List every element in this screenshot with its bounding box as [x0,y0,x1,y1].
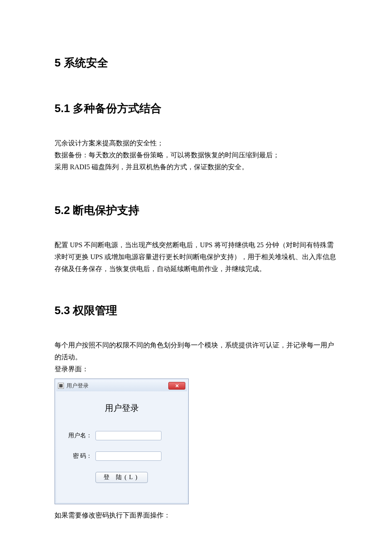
paragraph-text: 数据备份：每天数次的数据备份策略，可以将数据恢复的时间压缩到最后； [55,149,337,161]
login-titlebar: 用户登录 ✕ [56,380,187,391]
paragraph-text: 如果需要修改密码执行下面界面操作： [55,509,337,521]
close-button[interactable]: ✕ [168,382,185,390]
heading-section-5-1: 5.1 多种备份方式结合 [55,101,337,116]
form-row-username: 用户名： [65,431,179,440]
heading-section-5-2: 5.2 断电保护支持 [55,203,337,218]
login-button-row: 登 陆(L) [65,472,179,483]
login-body: 用户登录 用户名： 密 码： 登 陆(L) [56,391,187,503]
paragraph-text: 每个用户按照不同的权限不同的角色划分到每一个模块，系统提供许可认证，并记录每一用… [55,339,337,363]
login-heading: 用户登录 [65,402,179,414]
username-label: 用户名： [65,432,95,439]
password-input[interactable] [95,451,161,461]
paragraph-text: 配置 UPS 不间断电源，当出现产线突然断电后，UPS 将可持继供电 25 分钟… [55,239,337,275]
login-button[interactable]: 登 陆(L) [95,472,148,483]
login-dialog: 用户登录 ✕ 用户登录 用户名： 密 码： 登 陆(L) [55,379,189,504]
paragraph-text: 冗余设计方案来提高数据的安全性； [55,137,337,149]
username-input[interactable] [95,431,161,440]
form-row-password: 密 码： [65,451,179,461]
password-label: 密 码： [65,452,95,460]
heading-chapter: 5 系统安全 [55,55,337,70]
window-icon [58,383,64,389]
paragraph-text: 登录界面： [55,363,337,375]
paragraph-text: 采用 RADI5 磁盘阵列，并且双机热备的方式，保证数据的安全。 [55,161,337,173]
heading-section-5-3: 5.3 权限管理 [55,303,337,318]
window-title: 用户登录 [66,382,168,390]
